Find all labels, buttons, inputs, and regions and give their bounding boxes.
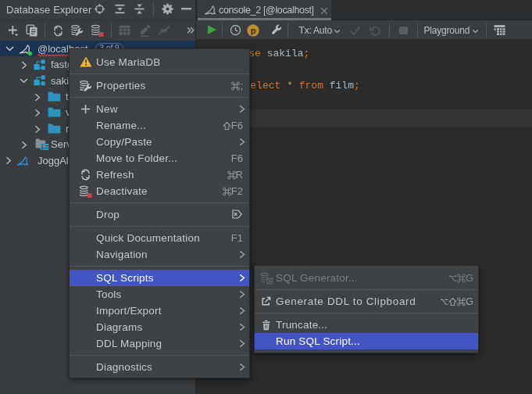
svg-text:p: p [251,25,256,34]
